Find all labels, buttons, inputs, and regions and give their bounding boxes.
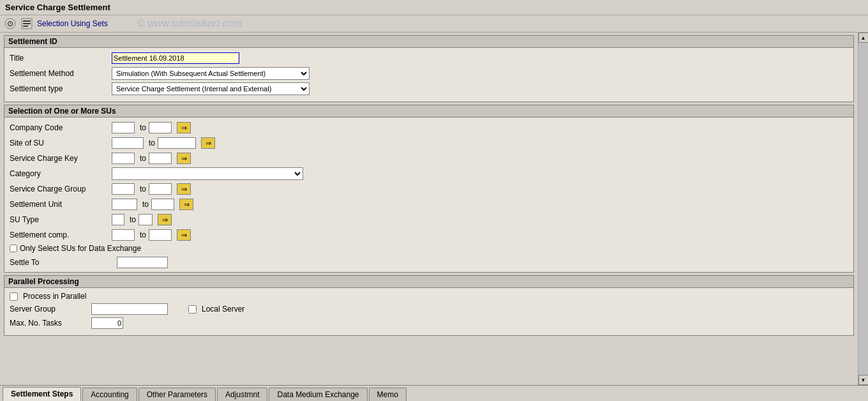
- parallel-processing-header: Parallel Processing: [4, 276, 853, 288]
- settlement-comp-from[interactable]: [112, 229, 135, 241]
- settle-to-label: Settle To: [10, 258, 112, 267]
- svg-rect-4: [23, 23, 31, 24]
- local-server-label: Local Server: [202, 305, 244, 314]
- tab-data-medium-exchange[interactable]: Data Medium Exchange: [269, 388, 367, 401]
- su-type-label: SU Type: [10, 215, 112, 224]
- settlement-unit-label: Settlement Unit: [10, 200, 112, 209]
- selection-su-body: Company Code to ⇒ Site of SU to ⇒: [4, 117, 853, 272]
- settlement-method-label: Settlement Method: [10, 69, 112, 78]
- svg-rect-5: [23, 26, 28, 27]
- category-row: Category: [10, 167, 848, 180]
- su-type-row: SU Type to ⇒: [10, 213, 848, 226]
- settlement-comp-arrow-btn[interactable]: ⇒: [177, 229, 191, 241]
- max-tasks-label: Max. No. Tasks: [10, 319, 86, 328]
- title-label: Title: [10, 54, 112, 63]
- su-type-to[interactable]: [138, 214, 153, 225]
- service-charge-key-to[interactable]: [149, 153, 172, 164]
- server-group-label: Server Group: [10, 305, 86, 314]
- category-label: Category: [10, 169, 112, 178]
- max-tasks-row: Max. No. Tasks: [10, 317, 848, 329]
- selection-su-section: Selection of One or More SUs Company Cod…: [4, 105, 854, 273]
- service-charge-key-arrow-btn[interactable]: ⇒: [177, 153, 191, 164]
- company-code-row: Company Code to ⇒: [10, 121, 848, 134]
- tab-accounting[interactable]: Accounting: [82, 388, 137, 401]
- service-charge-key-from[interactable]: [112, 153, 135, 164]
- service-charge-group-to[interactable]: [149, 183, 172, 195]
- data-exchange-checkbox[interactable]: [10, 245, 17, 252]
- service-charge-group-arrow-btn[interactable]: ⇒: [177, 183, 191, 195]
- scrollbar-track[interactable]: [858, 43, 868, 375]
- service-charge-group-row: Service Charge Group to ⇒: [10, 183, 848, 195]
- selection-sets-label[interactable]: Selection Using Sets: [37, 19, 108, 28]
- max-tasks-input[interactable]: [91, 317, 123, 329]
- process-parallel-label: Process in Parallel: [23, 292, 86, 301]
- tab-other-parameters[interactable]: Other Parameters: [138, 388, 216, 401]
- parallel-processing-section: Parallel Processing Process in Parallel …: [4, 275, 854, 336]
- su-type-from[interactable]: [112, 214, 124, 225]
- local-server-checkbox[interactable]: [188, 305, 197, 314]
- svg-rect-3: [23, 20, 31, 22]
- settlement-id-section: Settlement ID Title Settlement Method Si…: [4, 35, 854, 102]
- data-exchange-label: Only Select SUs for Data Exchange: [20, 244, 141, 253]
- settlement-unit-row: Settlement Unit to ⇒: [10, 198, 848, 211]
- settlement-method-select[interactable]: Simulation (With Subsequent Actual Settl…: [112, 67, 310, 80]
- title-bar: Service Charge Settlement: [0, 0, 868, 15]
- service-charge-key-label: Service Charge Key: [10, 154, 112, 163]
- tab-memo[interactable]: Memo: [369, 388, 407, 401]
- site-su-from[interactable]: [112, 137, 144, 149]
- site-su-label: Site of SU: [10, 139, 112, 148]
- data-exchange-checkbox-row: Only Select SUs for Data Exchange: [10, 244, 848, 253]
- service-charge-key-row: Service Charge Key to ⇒: [10, 152, 848, 165]
- selection-su-header: Selection of One or More SUs: [4, 105, 853, 117]
- main-content: Settlement ID Title Settlement Method Si…: [0, 33, 868, 385]
- back-icon[interactable]: ⊙: [4, 17, 17, 30]
- settlement-type-row: Settlement type Service Charge Settlemen…: [10, 82, 848, 95]
- server-group-row: Server Group Local Server: [10, 303, 848, 315]
- toolbar: ⊙ Selection Using Sets © www.tutorialkar…: [0, 15, 868, 33]
- settlement-type-select[interactable]: Service Charge Settlement (Internal and …: [112, 82, 310, 95]
- su-type-arrow-btn[interactable]: ⇒: [158, 214, 172, 225]
- company-code-arrow-btn[interactable]: ⇒: [177, 122, 191, 133]
- tab-bar: Settlement Steps Accounting Other Parame…: [0, 385, 868, 401]
- svg-text:⊙: ⊙: [7, 19, 13, 28]
- site-su-row: Site of SU to ⇒: [10, 137, 848, 149]
- title-row: Title: [10, 52, 848, 64]
- company-code-from[interactable]: [112, 122, 135, 133]
- settlement-method-row: Settlement Method Simulation (With Subse…: [10, 67, 848, 80]
- sets-icon[interactable]: [20, 17, 33, 30]
- watermark: © www.tutorialkart.com: [137, 18, 242, 29]
- parallel-processing-body: Process in Parallel Server Group Local S…: [4, 288, 853, 335]
- settlement-id-header: Settlement ID: [4, 36, 853, 48]
- settlement-unit-to[interactable]: [151, 199, 174, 210]
- page-title: Service Charge Settlement: [5, 3, 110, 12]
- scroll-down-btn[interactable]: ▼: [858, 375, 869, 385]
- settle-to-input[interactable]: [117, 257, 168, 268]
- company-code-to[interactable]: [149, 122, 172, 133]
- scrollbar[interactable]: ▲ ▼: [858, 33, 868, 385]
- settlement-comp-label: Settlement comp.: [10, 231, 112, 239]
- tab-adjustmnt[interactable]: Adjustmnt: [217, 388, 267, 401]
- settlement-type-label: Settlement type: [10, 84, 112, 93]
- service-charge-group-label: Service Charge Group: [10, 185, 112, 193]
- company-code-label: Company Code: [10, 123, 112, 132]
- site-su-to[interactable]: [158, 137, 196, 149]
- process-parallel-row: Process in Parallel: [10, 292, 848, 301]
- settlement-comp-to[interactable]: [149, 229, 172, 241]
- settlement-unit-from[interactable]: [112, 199, 137, 210]
- scroll-area: Settlement ID Title Settlement Method Si…: [0, 33, 858, 385]
- server-group-input[interactable]: [91, 303, 168, 315]
- process-parallel-checkbox[interactable]: [10, 292, 18, 301]
- scroll-up-btn[interactable]: ▲: [858, 33, 869, 43]
- settlement-id-body: Title Settlement Method Simulation (With…: [4, 48, 853, 102]
- title-input[interactable]: [112, 52, 239, 64]
- category-select[interactable]: [112, 167, 303, 180]
- settle-to-row: Settle To: [10, 257, 848, 268]
- site-su-arrow-btn[interactable]: ⇒: [201, 137, 215, 149]
- settlement-comp-row: Settlement comp. to ⇒: [10, 229, 848, 241]
- settlement-unit-arrow-btn[interactable]: ⇒: [179, 199, 193, 210]
- tab-settlement-steps[interactable]: Settlement Steps: [3, 387, 81, 401]
- service-charge-group-from[interactable]: [112, 183, 135, 195]
